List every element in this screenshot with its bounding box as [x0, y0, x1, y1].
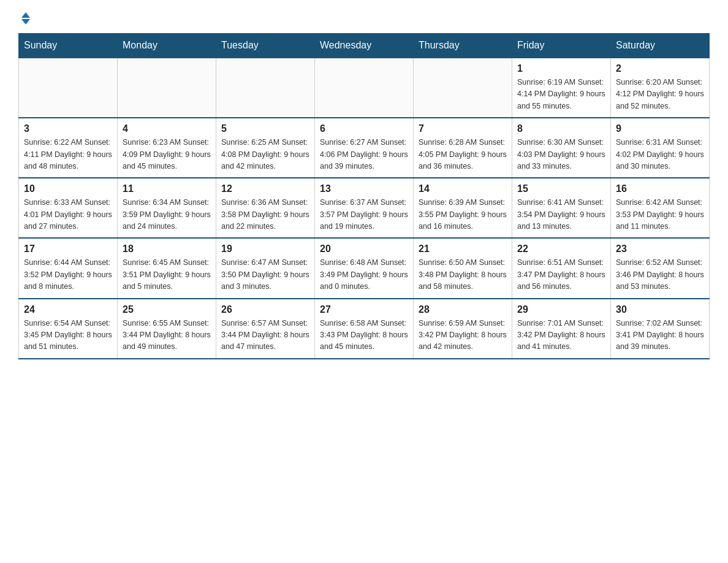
calendar-cell: 11Sunrise: 6:34 AM Sunset: 3:59 PM Dayli…: [118, 178, 216, 238]
calendar-cell: 19Sunrise: 6:47 AM Sunset: 3:50 PM Dayli…: [216, 238, 315, 298]
day-number: 18: [123, 243, 211, 255]
calendar-cell: 4Sunrise: 6:23 AM Sunset: 4:09 PM Daylig…: [118, 118, 216, 178]
calendar-week-row: 24Sunrise: 6:54 AM Sunset: 3:45 PM Dayli…: [19, 299, 710, 359]
day-info: Sunrise: 6:55 AM Sunset: 3:44 PM Dayligh…: [123, 318, 211, 353]
day-number: 5: [221, 123, 309, 134]
calendar-cell: 17Sunrise: 6:44 AM Sunset: 3:52 PM Dayli…: [19, 238, 118, 298]
day-info: Sunrise: 6:31 AM Sunset: 4:02 PM Dayligh…: [616, 137, 704, 172]
day-info: Sunrise: 6:51 AM Sunset: 3:47 PM Dayligh…: [517, 257, 605, 293]
calendar-week-row: 10Sunrise: 6:33 AM Sunset: 4:01 PM Dayli…: [19, 178, 710, 238]
calendar-cell: 1Sunrise: 6:19 AM Sunset: 4:14 PM Daylig…: [512, 58, 611, 118]
day-info: Sunrise: 7:02 AM Sunset: 3:41 PM Dayligh…: [616, 318, 704, 353]
calendar-cell: 23Sunrise: 6:52 AM Sunset: 3:46 PM Dayli…: [611, 238, 710, 298]
day-info: Sunrise: 6:33 AM Sunset: 4:01 PM Dayligh…: [24, 197, 112, 232]
day-number: 28: [419, 304, 507, 315]
day-number: 16: [616, 183, 704, 194]
day-number: 29: [517, 304, 605, 315]
day-info: Sunrise: 6:37 AM Sunset: 3:57 PM Dayligh…: [320, 197, 408, 232]
day-info: Sunrise: 6:28 AM Sunset: 4:05 PM Dayligh…: [419, 137, 507, 172]
day-info: Sunrise: 7:01 AM Sunset: 3:42 PM Dayligh…: [517, 318, 605, 353]
calendar-cell: 3Sunrise: 6:22 AM Sunset: 4:11 PM Daylig…: [19, 118, 118, 178]
calendar-cell: 14Sunrise: 6:39 AM Sunset: 3:55 PM Dayli…: [414, 178, 512, 238]
header-saturday: Saturday: [611, 34, 710, 58]
calendar-cell: 7Sunrise: 6:28 AM Sunset: 4:05 PM Daylig…: [414, 118, 512, 178]
day-number: 30: [616, 304, 704, 315]
day-info: Sunrise: 6:59 AM Sunset: 3:42 PM Dayligh…: [419, 318, 507, 353]
calendar-cell: 26Sunrise: 6:57 AM Sunset: 3:44 PM Dayli…: [216, 299, 315, 359]
calendar-cell: 20Sunrise: 6:48 AM Sunset: 3:49 PM Dayli…: [315, 238, 414, 298]
calendar-week-row: 17Sunrise: 6:44 AM Sunset: 3:52 PM Dayli…: [19, 238, 710, 298]
logo-blue: [18, 12, 30, 25]
day-info: Sunrise: 6:30 AM Sunset: 4:03 PM Dayligh…: [517, 137, 605, 172]
calendar-cell: 16Sunrise: 6:42 AM Sunset: 3:53 PM Dayli…: [611, 178, 710, 238]
day-info: Sunrise: 6:48 AM Sunset: 3:49 PM Dayligh…: [320, 257, 408, 293]
day-info: Sunrise: 6:50 AM Sunset: 3:48 PM Dayligh…: [419, 257, 507, 293]
calendar-header-row: SundayMondayTuesdayWednesdayThursdayFrid…: [19, 34, 710, 58]
header-wednesday: Wednesday: [315, 34, 414, 58]
calendar-cell: 15Sunrise: 6:41 AM Sunset: 3:54 PM Dayli…: [512, 178, 611, 238]
header: [18, 12, 710, 25]
logo-chevron-icon: [21, 12, 30, 25]
calendar-cell: [216, 58, 315, 118]
day-info: Sunrise: 6:27 AM Sunset: 4:06 PM Dayligh…: [320, 137, 408, 172]
day-number: 7: [419, 123, 507, 134]
day-info: Sunrise: 6:34 AM Sunset: 3:59 PM Dayligh…: [123, 197, 211, 232]
day-info: Sunrise: 6:23 AM Sunset: 4:09 PM Dayligh…: [123, 137, 211, 172]
calendar-cell: 12Sunrise: 6:36 AM Sunset: 3:58 PM Dayli…: [216, 178, 315, 238]
day-number: 13: [320, 183, 408, 194]
day-info: Sunrise: 6:47 AM Sunset: 3:50 PM Dayligh…: [221, 257, 309, 293]
day-number: 17: [24, 243, 112, 255]
day-number: 6: [320, 123, 408, 134]
calendar-week-row: 1Sunrise: 6:19 AM Sunset: 4:14 PM Daylig…: [19, 58, 710, 118]
day-number: 4: [123, 123, 211, 134]
calendar-cell: 29Sunrise: 7:01 AM Sunset: 3:42 PM Dayli…: [512, 299, 611, 359]
day-number: 3: [24, 123, 112, 134]
day-info: Sunrise: 6:39 AM Sunset: 3:55 PM Dayligh…: [419, 197, 507, 232]
calendar-cell: [315, 58, 414, 118]
calendar-cell: 8Sunrise: 6:30 AM Sunset: 4:03 PM Daylig…: [512, 118, 611, 178]
calendar-cell: 6Sunrise: 6:27 AM Sunset: 4:06 PM Daylig…: [315, 118, 414, 178]
day-info: Sunrise: 6:54 AM Sunset: 3:45 PM Dayligh…: [24, 318, 112, 353]
day-info: Sunrise: 6:20 AM Sunset: 4:12 PM Dayligh…: [616, 77, 704, 112]
calendar-cell: 18Sunrise: 6:45 AM Sunset: 3:51 PM Dayli…: [118, 238, 216, 298]
header-sunday: Sunday: [19, 34, 118, 58]
calendar-cell: 10Sunrise: 6:33 AM Sunset: 4:01 PM Dayli…: [19, 178, 118, 238]
day-info: Sunrise: 6:44 AM Sunset: 3:52 PM Dayligh…: [24, 257, 112, 293]
day-number: 21: [419, 243, 507, 255]
day-number: 24: [24, 304, 112, 315]
calendar-cell: 27Sunrise: 6:58 AM Sunset: 3:43 PM Dayli…: [315, 299, 414, 359]
day-number: 2: [616, 63, 704, 74]
day-number: 8: [517, 123, 605, 134]
calendar-cell: 28Sunrise: 6:59 AM Sunset: 3:42 PM Dayli…: [414, 299, 512, 359]
day-number: 11: [123, 183, 211, 194]
day-info: Sunrise: 6:45 AM Sunset: 3:51 PM Dayligh…: [123, 257, 211, 293]
day-info: Sunrise: 6:22 AM Sunset: 4:11 PM Dayligh…: [24, 137, 112, 172]
calendar-cell: 13Sunrise: 6:37 AM Sunset: 3:57 PM Dayli…: [315, 178, 414, 238]
day-number: 15: [517, 183, 605, 194]
calendar-cell: 25Sunrise: 6:55 AM Sunset: 3:44 PM Dayli…: [118, 299, 216, 359]
calendar-cell: [414, 58, 512, 118]
day-number: 12: [221, 183, 309, 194]
day-number: 9: [616, 123, 704, 134]
calendar-week-row: 3Sunrise: 6:22 AM Sunset: 4:11 PM Daylig…: [19, 118, 710, 178]
day-number: 22: [517, 243, 605, 255]
calendar-table: SundayMondayTuesdayWednesdayThursdayFrid…: [18, 33, 710, 359]
day-number: 26: [221, 304, 309, 315]
day-number: 1: [517, 63, 605, 74]
day-number: 14: [419, 183, 507, 194]
day-number: 20: [320, 243, 408, 255]
day-info: Sunrise: 6:52 AM Sunset: 3:46 PM Dayligh…: [616, 257, 704, 293]
day-info: Sunrise: 6:58 AM Sunset: 3:43 PM Dayligh…: [320, 318, 408, 353]
day-number: 25: [123, 304, 211, 315]
day-number: 23: [616, 243, 704, 255]
day-number: 27: [320, 304, 408, 315]
day-number: 10: [24, 183, 112, 194]
header-tuesday: Tuesday: [216, 34, 315, 58]
header-friday: Friday: [512, 34, 611, 58]
day-info: Sunrise: 6:25 AM Sunset: 4:08 PM Dayligh…: [221, 137, 309, 172]
calendar-cell: 5Sunrise: 6:25 AM Sunset: 4:08 PM Daylig…: [216, 118, 315, 178]
header-thursday: Thursday: [414, 34, 512, 58]
calendar-cell: [19, 58, 118, 118]
calendar-cell: [118, 58, 216, 118]
calendar-cell: 24Sunrise: 6:54 AM Sunset: 3:45 PM Dayli…: [19, 299, 118, 359]
